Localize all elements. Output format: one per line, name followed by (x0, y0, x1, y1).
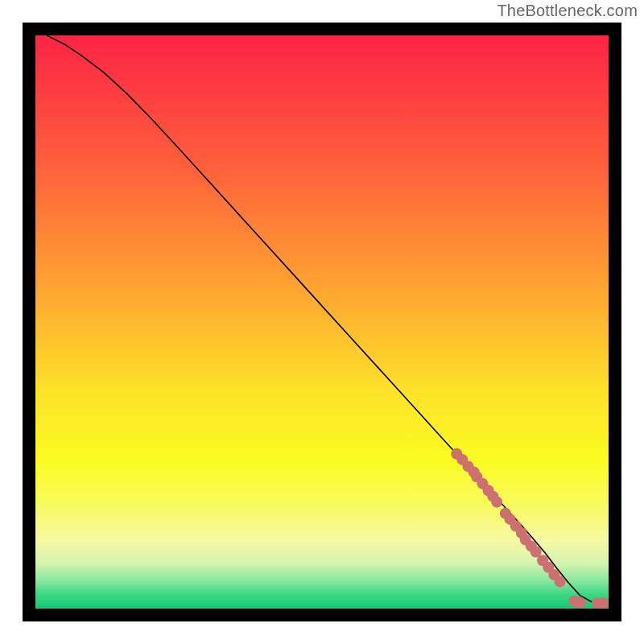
data-marker (491, 497, 502, 508)
data-marker (555, 576, 566, 588)
chart-svg (35, 35, 609, 609)
chart-plot-area (35, 35, 609, 609)
data-marker (597, 597, 609, 609)
chart-stage: TheBottleneck.com (0, 0, 644, 644)
gradient-background (35, 35, 609, 609)
attribution-text: TheBottleneck.com (497, 2, 638, 20)
data-marker (574, 597, 585, 608)
